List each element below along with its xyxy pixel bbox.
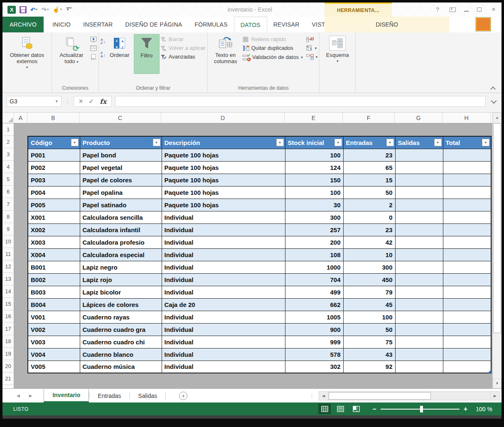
cell-descripcion[interactable]: Individual (162, 273, 285, 286)
scroll-up-icon[interactable]: ▲ (493, 113, 502, 123)
cell-stock-inicial[interactable]: 302 (285, 361, 343, 373)
page-layout-view-button[interactable] (334, 404, 347, 414)
cell-salidas[interactable] (395, 323, 443, 336)
cell-stock-inicial[interactable]: 150 (285, 174, 343, 186)
chevron-down-icon[interactable]: ▾ (47, 8, 49, 11)
cell-total[interactable] (443, 273, 491, 286)
horizontal-scroll-track[interactable] (328, 392, 490, 400)
relleno-rapido-button[interactable]: Relleno rápido (243, 37, 303, 42)
cell-producto[interactable]: Papel satinado (80, 199, 162, 211)
cell-codigo[interactable]: B001 (28, 261, 80, 273)
row-header[interactable]: 12 (2, 260, 14, 273)
expand-formula-bar-icon[interactable] (489, 96, 497, 107)
sheet-tab[interactable]: Salidas (130, 389, 165, 402)
filter-dropdown-icon[interactable]: ▼ (71, 139, 79, 146)
conexiones-button[interactable] (90, 37, 97, 42)
cell-total[interactable] (443, 323, 491, 336)
cell-stock-inicial[interactable]: 30 (285, 199, 343, 211)
cell-entradas[interactable]: 2 (343, 199, 395, 211)
scroll-down-icon[interactable]: ▼ (493, 378, 502, 388)
ordenar-button[interactable]: ZAAZ Ordenar (106, 34, 133, 58)
cell-descripcion[interactable]: Individual (162, 261, 285, 273)
minimize-icon[interactable] (464, 11, 469, 12)
close-icon[interactable]: × (490, 5, 497, 14)
cell-stock-inicial[interactable]: 200 (285, 236, 343, 248)
table-header-cell[interactable]: Descripción▼ (162, 136, 285, 149)
cell-codigo[interactable]: P002 (28, 161, 80, 174)
add-sheet-icon[interactable]: + (179, 392, 187, 400)
scroll-right-icon[interactable]: ▶ (490, 392, 499, 400)
cell-total[interactable] (443, 298, 491, 311)
row-header[interactable]: 7 (2, 198, 14, 211)
cell-descripcion[interactable]: Individual (162, 348, 285, 361)
cell-producto[interactable]: Cuaderno blanco (80, 348, 162, 361)
cell-stock-inicial[interactable]: 662 (285, 298, 343, 311)
cell-descripcion[interactable]: Individual (162, 336, 285, 348)
cell-codigo[interactable]: B004 (28, 298, 80, 311)
scroll-left-icon[interactable]: ◀ (319, 392, 328, 400)
cell-descripcion[interactable]: Individual (162, 311, 285, 323)
cell-producto[interactable]: Lapiz rojo (80, 273, 162, 286)
cell-producto[interactable]: Lapiz negro (80, 261, 162, 273)
ribbon-tab[interactable]: DATOS (234, 17, 267, 32)
ribbon-tab[interactable]: DISEÑO DE PÁGINA (119, 17, 188, 32)
relaciones-button[interactable]: ▾ (306, 54, 318, 60)
volver-a-aplicar-button[interactable]: Volver a aplicar (160, 45, 206, 51)
cell-total[interactable] (443, 174, 491, 186)
sheet-area[interactable]: Código▼ Producto▼ Descripción▼ Stock ini… (14, 123, 492, 388)
cell-salidas[interactable] (395, 149, 443, 161)
chevron-down-icon[interactable]: ▾ (60, 8, 62, 11)
filter-dropdown-icon[interactable]: ▼ (276, 139, 284, 146)
cell-salidas[interactable] (395, 336, 443, 348)
cell-salidas[interactable] (395, 273, 443, 286)
cell-salidas[interactable] (395, 174, 443, 186)
cell-descripcion[interactable]: Individual (162, 211, 285, 223)
zoom-slider-thumb[interactable] (420, 406, 423, 412)
cell-stock-inicial[interactable]: 1000 (285, 261, 343, 273)
cell-salidas[interactable] (395, 161, 443, 174)
ribbon-tab[interactable]: INICIO (46, 17, 77, 32)
borrar-button[interactable]: Borrar (160, 37, 206, 42)
row-header[interactable]: 1 (2, 123, 14, 136)
table-header-cell[interactable]: Entradas▼ (343, 136, 395, 149)
cell-descripcion[interactable]: Paquete 100 hojas (162, 186, 285, 199)
cell-entradas[interactable]: 23 (343, 223, 395, 236)
cancel-icon[interactable]: × (79, 98, 83, 105)
table-resize-handle[interactable] (488, 370, 491, 373)
cell-producto[interactable]: Cuaderno cuadro gra (80, 323, 162, 336)
next-sheet-icon[interactable]: ▶ (29, 393, 32, 398)
cell-codigo[interactable]: X004 (28, 248, 80, 261)
cell-total[interactable] (443, 261, 491, 273)
collapse-ribbon-icon[interactable] (491, 87, 496, 90)
cell-producto[interactable]: Papel de colores (80, 174, 162, 186)
zoom-slider[interactable] (381, 409, 460, 410)
cell-total[interactable] (443, 161, 491, 174)
cell-salidas[interactable] (395, 186, 443, 199)
cell-salidas[interactable] (395, 211, 443, 223)
cell-entradas[interactable]: 10 (343, 248, 395, 261)
cell-codigo[interactable]: X002 (28, 223, 80, 236)
cell-salidas[interactable] (395, 199, 443, 211)
cell-codigo[interactable]: X003 (28, 236, 80, 248)
name-box[interactable]: G3 ▼ (7, 96, 61, 107)
row-header[interactable]: 5 (2, 173, 14, 186)
cell-entradas[interactable]: 50 (343, 186, 395, 199)
cell-entradas[interactable]: 23 (343, 149, 395, 161)
cell-entradas[interactable]: 65 (343, 161, 395, 174)
cell-entradas[interactable]: 15 (343, 174, 395, 186)
cell-descripcion[interactable]: Individual (162, 223, 285, 236)
column-header[interactable]: D (161, 113, 285, 123)
redo-button[interactable]: ↷▾ (42, 7, 49, 13)
filter-dropdown-icon[interactable]: ▼ (334, 139, 342, 146)
cell-stock-inicial[interactable]: 300 (285, 211, 343, 223)
vertical-scroll-track[interactable] (493, 123, 502, 378)
sheet-tab[interactable]: Inventario (44, 389, 89, 402)
cell-salidas[interactable] (395, 248, 443, 261)
row-header[interactable]: 15 (2, 298, 14, 310)
row-header[interactable]: 3 (2, 148, 14, 161)
account-avatar[interactable] (476, 17, 491, 31)
cell-total[interactable] (443, 248, 491, 261)
row-header[interactable]: 10 (2, 236, 14, 248)
row-header[interactable]: 8 (2, 211, 14, 223)
cell-stock-inicial[interactable]: 100 (285, 186, 343, 199)
